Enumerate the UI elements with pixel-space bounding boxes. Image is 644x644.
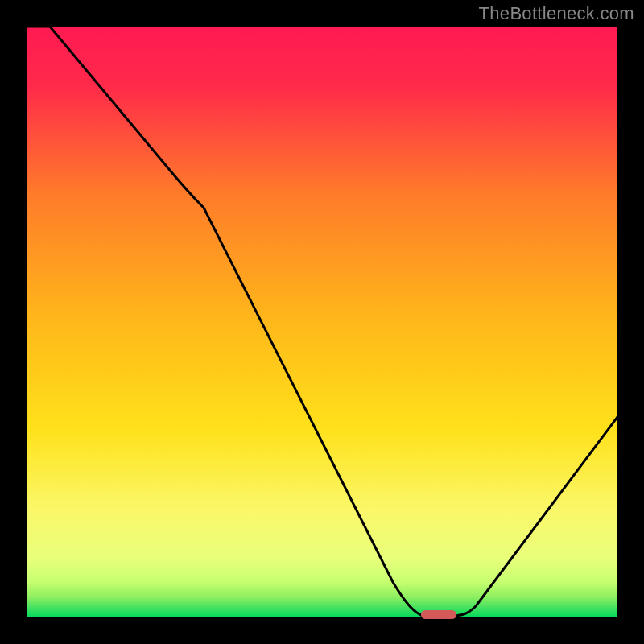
plot-area <box>27 27 617 619</box>
chart-svg <box>0 0 644 644</box>
watermark-text: TheBottleneck.com <box>479 3 634 24</box>
min-marker <box>421 610 456 619</box>
chart-container: TheBottleneck.com <box>0 0 644 644</box>
gradient-bg <box>27 27 617 617</box>
